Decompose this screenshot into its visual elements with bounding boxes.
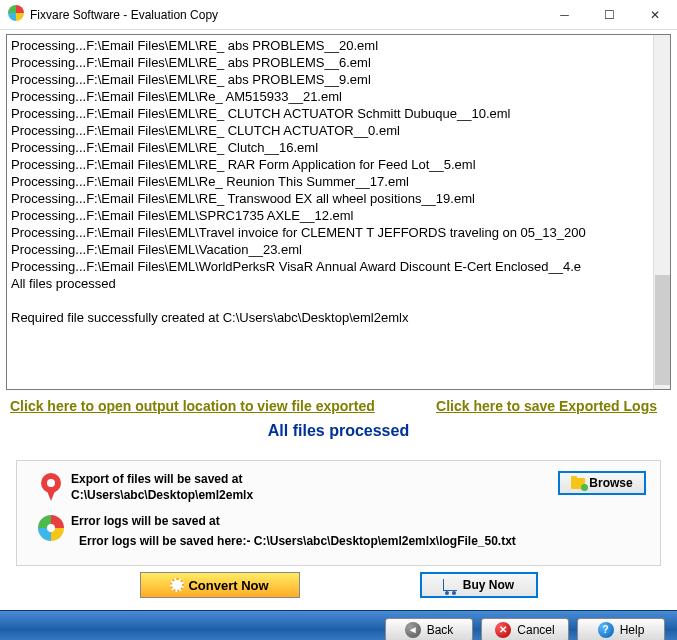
log-line: Processing...F:\Email Files\EML\RE_ RAR …	[11, 156, 666, 173]
title-bar: Fixvare Software - Evaluation Copy ─ ☐ ✕	[0, 0, 677, 30]
log-line: Processing...F:\Email Files\EML\RE_ Clut…	[11, 139, 666, 156]
window-title: Fixvare Software - Evaluation Copy	[30, 8, 542, 22]
cart-icon	[443, 579, 457, 591]
cancel-button[interactable]: ✕ Cancel	[481, 618, 569, 641]
log-line: Processing...F:\Email Files\EML\SPRC1735…	[11, 207, 666, 224]
open-output-link[interactable]: Click here to open output location to vi…	[10, 398, 375, 414]
buy-now-button[interactable]: Buy Now	[420, 572, 538, 598]
export-label: Export of files will be saved at	[71, 471, 546, 487]
back-icon: ◄	[405, 622, 421, 638]
back-button[interactable]: ◄ Back	[385, 618, 473, 641]
log-line: Processing...F:\Email Files\EML\RE_ Tran…	[11, 190, 666, 207]
help-button[interactable]: ? Help	[577, 618, 665, 641]
log-line: Processing...F:\Email Files\EML\RE_ abs …	[11, 54, 666, 71]
scroll-thumb[interactable]	[655, 275, 670, 385]
folder-icon	[571, 478, 585, 489]
save-logs-link[interactable]: Click here to save Exported Logs	[436, 398, 657, 414]
minimize-button[interactable]: ─	[542, 0, 587, 30]
log-line: Processing...F:\Email Files\EML\Re_ AM51…	[11, 88, 666, 105]
log-line: Processing...F:\Email Files\EML\RE_ CLUT…	[11, 105, 666, 122]
export-path: C:\Users\abc\Desktop\eml2emlx	[71, 487, 546, 503]
close-button[interactable]: ✕	[632, 0, 677, 30]
pie-chart-icon	[31, 513, 71, 541]
gear-icon	[170, 578, 184, 592]
app-icon	[8, 5, 24, 24]
errorlog-path: Error logs will be saved here:- C:\Users…	[71, 529, 646, 549]
log-line: Processing...F:\Email Files\EML\WorldPer…	[11, 258, 666, 275]
log-line: Processing...F:\Email Files\EML\Re_ Reun…	[11, 173, 666, 190]
log-scrollbar[interactable]	[653, 35, 670, 389]
errorlog-label: Error logs will be saved at	[71, 513, 646, 529]
log-output: Processing...F:\Email Files\EML\RE_ abs …	[6, 34, 671, 390]
log-line: Processing...F:\Email Files\EML\Vacation…	[11, 241, 666, 258]
log-line: Processing...F:\Email Files\EML\RE_ CLUT…	[11, 122, 666, 139]
help-icon: ?	[598, 622, 614, 638]
browse-button[interactable]: Browse	[558, 471, 646, 495]
log-line: Processing...F:\Email Files\EML\Travel i…	[11, 224, 666, 241]
footer-bar: ◄ Back ✕ Cancel ? Help	[0, 610, 677, 640]
maximize-button[interactable]: ☐	[587, 0, 632, 30]
settings-panel: Export of files will be saved at C:\User…	[16, 460, 661, 566]
log-line: Processing...F:\Email Files\EML\RE_ abs …	[11, 71, 666, 88]
log-line: All files processed	[11, 275, 666, 292]
location-pin-icon	[31, 471, 71, 501]
log-line: Required file successfully created at C:…	[11, 309, 666, 326]
log-line: Processing...F:\Email Files\EML\RE_ abs …	[11, 37, 666, 54]
log-line	[11, 292, 666, 309]
convert-now-button[interactable]: Convert Now	[140, 572, 300, 598]
cancel-icon: ✕	[495, 622, 511, 638]
status-text: All files processed	[6, 416, 671, 452]
